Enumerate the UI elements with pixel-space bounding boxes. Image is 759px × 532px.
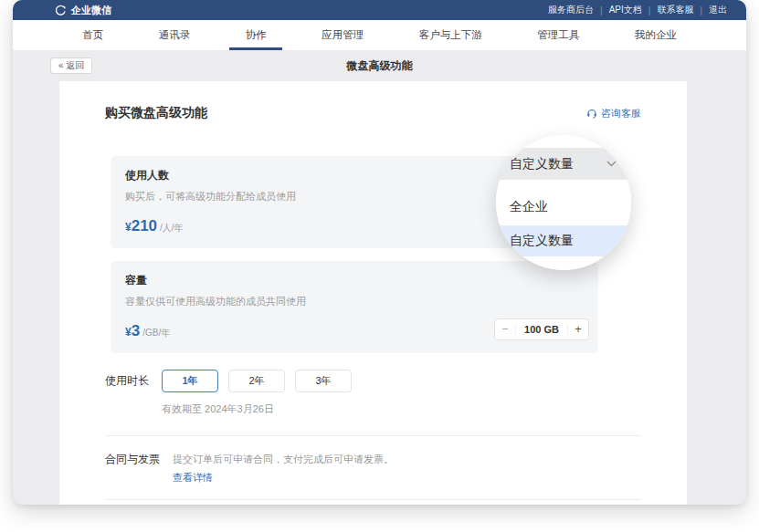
divider bbox=[105, 499, 641, 500]
topbar: 企业微信 服务商后台 | API文档 | 联系客服 | 退出 bbox=[13, 0, 746, 20]
page-title: 购买微盘高级功能 bbox=[105, 105, 207, 121]
duration-option-3year[interactable]: 3年 bbox=[295, 370, 352, 392]
page-header: « 返回 微盘高级功能 bbox=[13, 50, 746, 81]
nav-item-contacts[interactable]: 通讯录 bbox=[159, 20, 191, 50]
validity-note: 有效期至 2024年3月26日 bbox=[162, 402, 641, 416]
topbar-link-contact-support[interactable]: 联系客服 bbox=[650, 4, 700, 16]
wework-logo-icon bbox=[55, 5, 67, 16]
duration-option-2year[interactable]: 2年 bbox=[228, 370, 285, 392]
consult-support-label: 咨询客服 bbox=[601, 107, 641, 120]
dropdown-spotlight: 自定义数量 全企业 自定义数量 bbox=[496, 135, 631, 270]
nav-item-app-management[interactable]: 应用管理 bbox=[322, 20, 364, 50]
chevron-down-icon bbox=[606, 161, 617, 167]
storage-quantity-stepper: − 100 GB + bbox=[494, 318, 589, 340]
nav-item-customers[interactable]: 客户与上下游 bbox=[419, 20, 482, 50]
brand[interactable]: 企业微信 bbox=[55, 4, 111, 17]
contract-label: 合同与发票 bbox=[105, 452, 160, 467]
topbar-link-provider[interactable]: 服务商后台 bbox=[542, 4, 600, 16]
storage-card-title: 容量 bbox=[125, 273, 584, 288]
storage-card: 容量 容量仅供可使用高级功能的成员共同使用 ¥3/GB/年 − 100 GB + bbox=[111, 261, 598, 353]
seats-price-unit: /人/年 bbox=[160, 222, 184, 235]
storage-card-desc: 容量仅供可使用高级功能的成员共同使用 bbox=[125, 295, 584, 308]
page-header-title: 微盘高级功能 bbox=[347, 58, 413, 74]
duration-row: 使用时长 1年 2年 3年 bbox=[105, 370, 641, 392]
nav-item-admin-tools[interactable]: 管理工具 bbox=[537, 20, 579, 50]
nav-item-collaboration[interactable]: 协作 bbox=[246, 20, 267, 50]
stepper-minus-button[interactable]: − bbox=[495, 319, 515, 339]
dropdown-selected-value: 自定义数量 bbox=[510, 156, 574, 172]
duration-label: 使用时长 bbox=[105, 373, 149, 389]
stepper-plus-button[interactable]: + bbox=[568, 319, 588, 339]
currency-symbol: ¥ bbox=[125, 326, 132, 339]
headset-icon bbox=[586, 108, 597, 119]
storage-price-amount: 3 bbox=[132, 322, 140, 340]
back-label: 返回 bbox=[66, 60, 84, 70]
app-window: 企业微信 服务商后台 | API文档 | 联系客服 | 退出 首页 通讯录 协作… bbox=[13, 0, 746, 505]
currency-symbol: ¥ bbox=[125, 221, 132, 234]
topbar-link-api-docs[interactable]: API文档 bbox=[603, 4, 648, 16]
topbar-link-logout[interactable]: 退出 bbox=[702, 4, 733, 16]
brand-name: 企业微信 bbox=[71, 4, 111, 17]
dropdown-option-whole-company[interactable]: 全企业 bbox=[496, 192, 631, 223]
nav-item-my-company[interactable]: 我的企业 bbox=[635, 20, 677, 50]
back-button[interactable]: « 返回 bbox=[50, 57, 92, 74]
seats-price-amount: 210 bbox=[132, 217, 157, 235]
consult-support-link[interactable]: 咨询客服 bbox=[586, 107, 641, 120]
back-chevrons-icon: « bbox=[58, 60, 64, 70]
storage-price-unit: /GB/年 bbox=[142, 327, 170, 339]
stepper-value[interactable]: 100 GB bbox=[515, 324, 568, 335]
nav-item-home[interactable]: 首页 bbox=[82, 20, 103, 50]
duration-option-1year[interactable]: 1年 bbox=[162, 370, 218, 392]
contract-desc: 提交订单后可申请合同，支付完成后可申请发票。 bbox=[173, 452, 394, 467]
topbar-links: 服务商后台 | API文档 | 联系客服 | 退出 bbox=[542, 4, 733, 16]
main-nav: 首页 通讯录 协作 应用管理 客户与上下游 管理工具 我的企业 bbox=[13, 20, 746, 50]
content-area: 购买微盘高级功能 咨询客服 使用人数 购买后，可将高 bbox=[13, 81, 746, 505]
contract-row: 合同与发票 提交订单后可申请合同，支付完成后可申请发票。 查看详情 bbox=[105, 436, 641, 485]
view-details-link[interactable]: 查看详情 bbox=[173, 471, 213, 485]
